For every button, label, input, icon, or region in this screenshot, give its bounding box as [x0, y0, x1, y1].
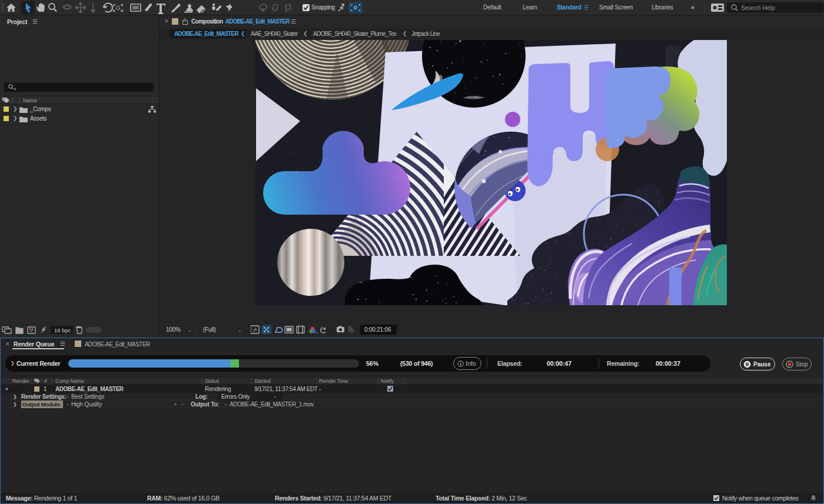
- svg-text:16 bpc: 16 bpc: [54, 327, 71, 333]
